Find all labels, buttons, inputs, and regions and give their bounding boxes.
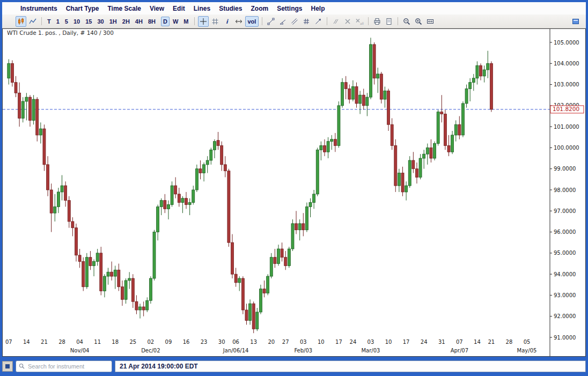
- candle: [454, 124, 457, 135]
- expand-horizontal-button[interactable]: [233, 16, 244, 27]
- timeframe-4h-button[interactable]: 4H: [133, 17, 145, 26]
- candle: [281, 249, 283, 257]
- timeframe-5-button[interactable]: 5: [63, 17, 70, 26]
- candle: [430, 148, 432, 158]
- trendline-tool-button[interactable]: [266, 16, 276, 27]
- print-button[interactable]: [372, 16, 383, 27]
- delete-all-drawings-button[interactable]: all: [354, 16, 365, 27]
- candle: [302, 224, 305, 230]
- zoom-out-button[interactable]: [401, 16, 412, 27]
- candle: [8, 63, 10, 78]
- candle: [57, 192, 60, 207]
- y-axis-label: 93.0000: [554, 292, 576, 298]
- candle: [387, 91, 390, 124]
- panel-toggle-button[interactable]: [570, 16, 581, 27]
- delete-drawing-button[interactable]: [342, 16, 353, 27]
- candle: [440, 112, 443, 114]
- volume-button[interactable]: vol: [245, 16, 259, 27]
- fibonacci-tool-button[interactable]: [301, 16, 312, 27]
- info-icon: i: [223, 18, 231, 25]
- info-button[interactable]: i: [222, 16, 232, 27]
- angle-line-tool-button[interactable]: [277, 16, 288, 27]
- crosshair-button[interactable]: [198, 16, 209, 27]
- menu-settings[interactable]: Settings: [273, 4, 306, 13]
- candle: [160, 201, 163, 207]
- candle: [355, 87, 358, 104]
- timeframe-2h-button[interactable]: 2H: [120, 17, 132, 26]
- timeframe-1h-button[interactable]: 1H: [107, 17, 119, 26]
- line-chart-button[interactable]: [27, 16, 38, 27]
- candle: [82, 262, 85, 287]
- candle: [93, 262, 95, 266]
- grid-button[interactable]: [210, 16, 220, 27]
- candle: [291, 224, 294, 249]
- candle: [25, 97, 28, 101]
- y-axis-label: 104.0000: [554, 61, 579, 67]
- candle: [142, 307, 145, 310]
- candle: [32, 99, 35, 120]
- candle: [313, 194, 315, 203]
- trendline-icon: [267, 18, 275, 25]
- period-d-button[interactable]: D: [161, 17, 170, 26]
- x-axis-month-label: Jan/06/14: [223, 348, 249, 353]
- menu-zoom[interactable]: Zoom: [246, 4, 273, 13]
- y-axis-label: 103.0000: [554, 82, 579, 87]
- period-buttons: DWM: [160, 17, 192, 26]
- zoom-in-button[interactable]: [413, 16, 424, 27]
- candle: [476, 65, 479, 78]
- menu-time-scale[interactable]: Time Scale: [103, 4, 145, 13]
- menu-lines[interactable]: Lines: [189, 4, 215, 13]
- extended-lines-button[interactable]: [330, 16, 341, 27]
- menu-view[interactable]: View: [145, 4, 168, 13]
- x-axis-label: 10: [385, 339, 392, 345]
- candle: [426, 148, 429, 154]
- search-input[interactable]: [27, 363, 109, 370]
- candle: [405, 186, 408, 192]
- price-chart[interactable]: 105.0000104.0000103.0000102.0000101.0000…: [3, 29, 585, 357]
- menu-instruments[interactable]: Instruments: [16, 4, 62, 13]
- candle: [327, 142, 329, 152]
- timeframe-30-button[interactable]: 30: [95, 17, 106, 26]
- candle: [277, 249, 280, 264]
- candle: [351, 87, 354, 100]
- candle: [153, 232, 156, 278]
- x-axis-label: 30: [218, 339, 225, 345]
- instrument-searchbox[interactable]: [16, 360, 112, 372]
- timeframe-15-button[interactable]: 15: [83, 17, 94, 26]
- menu-edit[interactable]: Edit: [168, 4, 189, 13]
- candle: [75, 228, 77, 255]
- y-axis-label: 105.0000: [554, 40, 579, 46]
- status-grip-button[interactable]: [2, 361, 13, 372]
- candle: [213, 142, 216, 150]
- candle: [206, 160, 209, 165]
- zoom-out-icon: [403, 18, 410, 25]
- candlestick-chart-button[interactable]: [16, 16, 26, 27]
- timeframe-t-button[interactable]: T: [45, 17, 53, 26]
- candle: [14, 83, 17, 93]
- period-m-button[interactable]: M: [181, 17, 190, 26]
- candle: [362, 95, 365, 106]
- arrow-tool-button[interactable]: [313, 16, 324, 27]
- candle: [224, 165, 226, 171]
- zoom-range-button[interactable]: [425, 16, 436, 27]
- candle: [490, 63, 493, 109]
- line-chart-icon: [29, 18, 36, 25]
- print-preview-button[interactable]: [384, 16, 394, 27]
- x-axis-month-label: Dec/02: [141, 348, 160, 353]
- period-w-button[interactable]: W: [171, 17, 180, 26]
- candle: [437, 112, 439, 144]
- timeframe-8h-button[interactable]: 8H: [146, 17, 158, 26]
- timeframe-1-button[interactable]: 1: [54, 17, 62, 26]
- candle: [295, 224, 298, 230]
- menu-help[interactable]: Help: [306, 4, 329, 13]
- candle: [164, 201, 166, 209]
- parallel-channel-tool-button[interactable]: [289, 16, 300, 27]
- candle: [100, 253, 102, 291]
- candle: [78, 255, 81, 262]
- x-axis-label: 28: [506, 339, 513, 345]
- candle: [344, 83, 347, 89]
- timeframe-10-button[interactable]: 10: [71, 17, 82, 26]
- grip-icon: [5, 364, 10, 368]
- menu-studies[interactable]: Studies: [215, 4, 246, 13]
- menu-chart-type[interactable]: Chart Type: [62, 4, 104, 13]
